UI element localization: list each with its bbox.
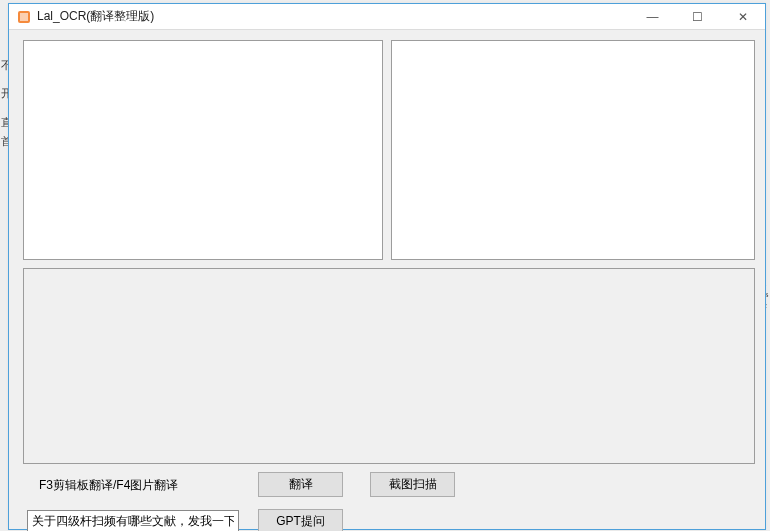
maximize-button[interactable]: ☐ — [675, 4, 720, 30]
shortcut-hint-label: F3剪辑板翻译/F4图片翻译 — [39, 477, 178, 494]
screenshot-scan-button-label: 截图扫描 — [389, 476, 437, 493]
app-icon — [15, 8, 33, 26]
output-panel — [23, 268, 755, 464]
titlebar[interactable]: Lal_OCR(翻译整理版) — ☐ ✕ — [9, 4, 765, 30]
screenshot-scan-button[interactable]: 截图扫描 — [370, 472, 455, 497]
app-window: Lal_OCR(翻译整理版) — ☐ ✕ F3剪辑板翻译/F4图片翻译 翻译 截… — [8, 3, 766, 530]
gpt-ask-button-label: GPT提问 — [276, 513, 325, 530]
translate-button-label: 翻译 — [289, 476, 313, 493]
close-icon: ✕ — [738, 10, 748, 24]
minimize-button[interactable]: — — [630, 4, 675, 30]
maximize-icon: ☐ — [692, 10, 703, 24]
close-button[interactable]: ✕ — [720, 4, 765, 30]
source-textarea[interactable] — [23, 40, 383, 260]
translate-button[interactable]: 翻译 — [258, 472, 343, 497]
client-area: F3剪辑板翻译/F4图片翻译 翻译 截图扫描 GPT提问 — [9, 30, 765, 529]
minimize-icon: — — [647, 10, 659, 24]
gpt-question-input[interactable] — [27, 510, 239, 531]
svg-rect-1 — [20, 13, 28, 21]
result-textarea[interactable] — [391, 40, 755, 260]
window-title: Lal_OCR(翻译整理版) — [37, 8, 154, 25]
gpt-ask-button[interactable]: GPT提问 — [258, 509, 343, 531]
